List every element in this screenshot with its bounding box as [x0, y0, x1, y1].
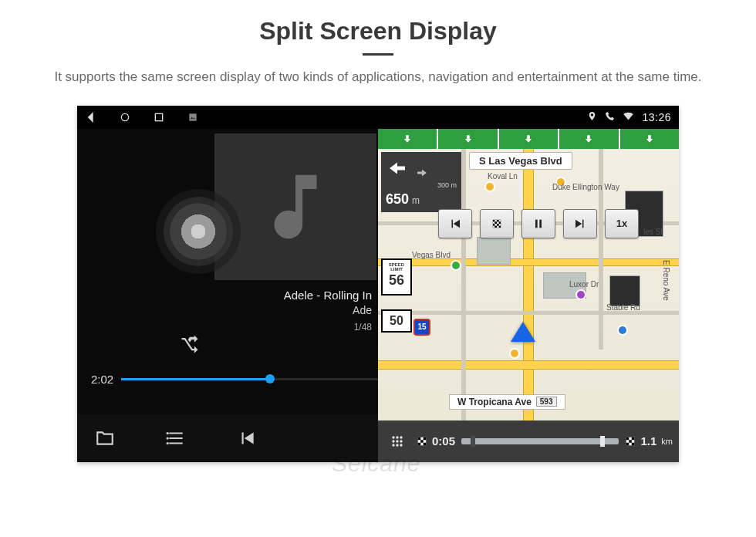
- turn-distance-unit: m: [412, 195, 420, 206]
- road-minor: [599, 149, 603, 350]
- svg-point-17: [392, 444, 394, 446]
- svg-rect-10: [539, 219, 542, 228]
- svg-rect-6: [493, 219, 501, 228]
- map-pin[interactable]: [511, 350, 518, 357]
- road-minor: [461, 149, 466, 427]
- svg-point-0: [121, 113, 128, 120]
- svg-rect-2: [189, 113, 196, 120]
- sim-pause-button[interactable]: [521, 209, 555, 238]
- map-street-label: Luxor Dr: [569, 280, 599, 289]
- eta-group: 0:05: [417, 434, 455, 448]
- distance-group: 1.1 km: [625, 434, 673, 448]
- remaining-distance-unit: km: [661, 437, 673, 446]
- interstate-shield: 15: [413, 319, 430, 336]
- map-street-label: Vegas Blvd: [412, 251, 451, 259]
- turn-left-icon: [386, 157, 409, 180]
- location-icon: [587, 111, 597, 123]
- track-info: Adele - Rolling In Ade 1/48: [284, 288, 372, 333]
- wifi-icon: [623, 110, 634, 124]
- map-pin[interactable]: [486, 183, 494, 191]
- device-frame: 13:26 Adele - Rolling In Ade 1/48 2:02: [77, 106, 679, 462]
- lane-arrow-icon: [620, 129, 679, 149]
- svg-point-11: [392, 436, 394, 438]
- folder-button[interactable]: [94, 427, 116, 449]
- svg-point-4: [167, 437, 169, 439]
- vehicle-cursor-icon: [511, 322, 535, 342]
- map-pin[interactable]: [452, 262, 460, 269]
- svg-rect-9: [535, 219, 538, 228]
- dest-flag-icon: [417, 436, 427, 447]
- map-street-label: Koval Ln: [488, 172, 518, 181]
- eta-value: 0:05: [432, 434, 455, 448]
- clock: 13:26: [642, 111, 671, 123]
- prev-track-button[interactable]: [236, 427, 258, 449]
- progress-row: 2:02: [91, 373, 378, 386]
- svg-point-15: [396, 440, 398, 442]
- lane-arrow-icon: [499, 129, 559, 149]
- seek-bar[interactable]: [121, 378, 378, 380]
- dest-flag-icon: [625, 436, 636, 447]
- svg-point-12: [396, 436, 398, 438]
- turn-right-icon: [415, 166, 429, 180]
- track-artist: Ade: [284, 303, 372, 318]
- next-street-label: W Tropicana Ave 593: [449, 394, 565, 410]
- svg-rect-1: [155, 113, 162, 120]
- map-street-label: E Reno Ave: [662, 260, 670, 301]
- sim-next-button[interactable]: [563, 209, 597, 238]
- track-title: Adele - Rolling In: [284, 288, 372, 303]
- map-street-label: Stable Rd: [606, 303, 640, 312]
- map-street-label: les St: [643, 228, 663, 236]
- remaining-distance: 1.1: [640, 434, 656, 448]
- speed-limit-sign: SPEEDLIMIT 56: [381, 258, 412, 296]
- picture-icon[interactable]: [187, 111, 199, 123]
- phone-icon: [605, 111, 615, 123]
- home-icon[interactable]: [119, 111, 131, 123]
- sim-prev-button[interactable]: [438, 209, 472, 238]
- title-underline: [363, 53, 393, 56]
- back-icon[interactable]: [85, 111, 97, 123]
- nav-bottom-bar: 0:05 1.1 km: [378, 420, 679, 462]
- lane-arrow-icon: [559, 129, 619, 149]
- next-street-name: W Tropicana Ave: [457, 397, 532, 407]
- next-turn-distance: 300 m: [437, 181, 457, 189]
- current-speed: 50: [381, 309, 412, 333]
- turn-distance: 650: [386, 191, 409, 208]
- svg-point-18: [396, 444, 398, 446]
- sim-speed-button[interactable]: 1x: [605, 209, 639, 238]
- lane-arrow-icon: [438, 129, 498, 149]
- music-bottom-bar: [77, 414, 378, 462]
- map-pin[interactable]: [619, 326, 626, 334]
- page-description: It supports the same screen display of t…: [46, 68, 710, 87]
- elapsed-time: 2:02: [91, 373, 113, 386]
- track-index: 1/48: [284, 321, 372, 333]
- svg-point-14: [392, 440, 394, 442]
- lane-guidance-bar: [378, 129, 679, 149]
- sim-controls: 1x: [438, 209, 639, 238]
- turn-panel: 300 m 650 m: [381, 152, 461, 212]
- map-building: [609, 275, 640, 306]
- road: [378, 258, 679, 266]
- nav-menu-button[interactable]: [384, 428, 410, 454]
- navigation-pane: S Las Vegas Blvd 300 m 650 m 1x: [378, 129, 679, 462]
- svg-point-3: [167, 432, 169, 434]
- playlist-button[interactable]: [165, 427, 187, 449]
- recents-icon[interactable]: [153, 111, 165, 123]
- road: [378, 360, 679, 370]
- speed-limit-value: 56: [383, 273, 410, 287]
- sim-stop-button[interactable]: [480, 209, 514, 238]
- svg-point-13: [400, 436, 402, 438]
- route-progress-bar[interactable]: [461, 438, 619, 444]
- map-pin[interactable]: [577, 291, 585, 299]
- map-building: [477, 237, 511, 265]
- svg-point-19: [400, 444, 402, 446]
- album-art: [214, 133, 376, 280]
- page-title: Split Screen Display: [0, 17, 756, 46]
- current-street-label: S Las Vegas Blvd: [469, 152, 572, 170]
- svg-point-16: [400, 440, 402, 442]
- speed-limit-label: SPEEDLIMIT: [383, 262, 410, 272]
- svg-point-5: [167, 442, 169, 444]
- volume-knob[interactable]: [170, 203, 227, 260]
- lane-arrow-icon: [378, 129, 438, 149]
- system-bar: 13:26: [77, 106, 679, 129]
- shuffle-button[interactable]: [179, 333, 201, 357]
